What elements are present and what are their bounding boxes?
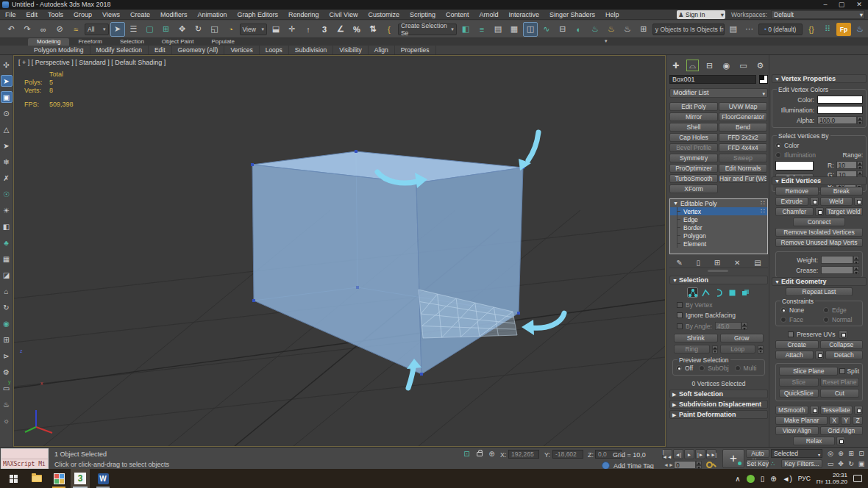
device-tray-icon[interactable]: ▯ [761, 475, 765, 483]
toggle-scene-explorer-icon[interactable]: ▤ [491, 22, 505, 37]
loop-spinner[interactable] [758, 345, 764, 354]
3ds-max-taskbar-icon[interactable]: 3 [71, 469, 90, 488]
rollout-vertex-properties[interactable]: ▼Vertex Properties [772, 74, 867, 83]
ribbon-panel-button[interactable]: Loops [260, 46, 289, 54]
lamp-icon[interactable]: ☼ [1, 415, 13, 426]
remove-button[interactable]: Remove [775, 187, 819, 195]
vertex-subobject-icon[interactable] [687, 287, 698, 298]
delete-icon[interactable]: ✗ [1, 172, 13, 184]
teapot-icon[interactable]: ♨ [1, 398, 13, 410]
ribbon-panel-button[interactable]: Vertices [224, 46, 259, 54]
menu-item[interactable]: Modifiers [155, 10, 193, 20]
edge-subobject-icon[interactable] [700, 287, 711, 298]
stack-subobject-row[interactable]: Polygon [670, 232, 767, 240]
stack-subobject-row[interactable]: Vertex ∷ [670, 207, 767, 215]
modifier-button[interactable]: Edit Poly [669, 102, 718, 111]
create-button[interactable]: Create [775, 340, 819, 349]
msmooth-settings-button[interactable] [810, 406, 819, 415]
select-and-link-icon[interactable]: ∞ [36, 22, 51, 37]
y-coordinate-field[interactable]: -18,602 [552, 450, 583, 459]
utilities-tab-icon[interactable]: ⚙ [754, 60, 766, 71]
crease-spinner[interactable] [821, 266, 859, 274]
selection-filter-dropdown[interactable]: All ▾ [85, 24, 109, 35]
menu-item[interactable]: Content [441, 10, 474, 20]
modifier-button[interactable]: XForm [669, 184, 718, 193]
object-color-swatch[interactable] [759, 75, 768, 84]
key-mode-icon[interactable] [706, 462, 713, 468]
select-and-rotate-icon[interactable]: ↻ [191, 22, 206, 37]
pan-icon[interactable]: ✥ [836, 459, 846, 469]
foliage-icon[interactable]: ♣ [1, 237, 13, 248]
redo-icon[interactable]: ↷ [20, 22, 35, 37]
percent-snap-toggle-icon[interactable]: % [349, 22, 364, 37]
repeat-last-button[interactable]: Repeat Last [786, 287, 853, 296]
select-and-place-icon[interactable]: ◔ [224, 22, 238, 37]
point-helper-icon[interactable]: ⊙ [1, 107, 13, 119]
figure-icon[interactable]: ✣ [1, 59, 13, 71]
remove-modifier-icon[interactable]: ✕ [734, 259, 740, 267]
snap-grid-icon[interactable]: ⠿ [820, 22, 835, 37]
preserve-uvs-settings-button[interactable] [839, 330, 847, 339]
zoom-region-icon[interactable]: ▭ [825, 459, 836, 469]
start-button[interactable] [4, 469, 22, 488]
select-color-swatch[interactable] [775, 161, 814, 171]
motion-tab-icon[interactable]: ◉ [720, 60, 733, 71]
modifier-button[interactable]: Symmetry [669, 154, 718, 162]
menu-item[interactable]: Edit [21, 10, 43, 20]
modifier-button[interactable]: Bevel Profile [669, 143, 718, 152]
x-coordinate-field[interactable]: 192,265 [508, 450, 539, 459]
sun-icon[interactable]: ☀ [1, 204, 13, 216]
undo-icon[interactable]: ↶ [4, 22, 18, 37]
planar-z-button[interactable]: Z [853, 416, 863, 425]
weight-spinner[interactable] [821, 256, 859, 264]
ribbon-tab[interactable]: Modeling [28, 38, 69, 46]
by-angle-spinner[interactable]: 45,0 [715, 322, 747, 330]
taskbar-clock[interactable]: 20:31 Пт 11.09.20 [817, 472, 847, 485]
preview-multi-radio[interactable] [735, 365, 741, 371]
ribbon-panel-button[interactable]: Geometry (All) [172, 46, 225, 54]
modifier-button[interactable]: FFD 2x2x2 [719, 133, 767, 142]
ribbon-panel-button[interactable]: Visibility [333, 46, 369, 54]
constraint-face-radio[interactable] [780, 317, 786, 323]
menu-item[interactable]: Scripting [405, 10, 441, 20]
alpha-spinner[interactable]: 100,0 [817, 116, 863, 124]
create-tab-icon[interactable]: ✚ [669, 60, 682, 71]
viewport-label[interactable]: [ + ] [ Perspective ] [ Standard ] [ Def… [18, 59, 166, 66]
rectangular-selection-region-icon[interactable]: ▢ [143, 22, 157, 37]
grow-button[interactable]: Grow [720, 334, 764, 342]
next-frame-button[interactable]: |► [695, 449, 705, 459]
schematic-view-icon[interactable]: ⊟ [555, 22, 570, 37]
modifier-button[interactable]: Cap Holes [669, 133, 718, 142]
by-angle-checkbox[interactable] [677, 323, 683, 329]
modifier-button[interactable]: Hair and Fur (WSM) [719, 174, 767, 183]
relax-settings-button[interactable] [836, 437, 845, 445]
constraint-edge-radio[interactable] [823, 307, 829, 313]
modifier-button[interactable]: Bend [719, 123, 767, 132]
bind-to-space-warp-icon[interactable]: ≈ [68, 22, 83, 37]
layer-list-icon[interactable]: ⋯ [742, 22, 757, 37]
menu-item[interactable]: Animation [192, 10, 232, 20]
select-and-move-icon[interactable]: ✥ [175, 22, 190, 37]
target-weld-button[interactable]: Target Weld [825, 207, 864, 216]
workspace-dropdown[interactable]: Default ▾ [771, 10, 865, 19]
chamfer-button[interactable]: Chamfer [775, 207, 814, 216]
ring-button[interactable]: Ring [674, 345, 710, 354]
ring-spinner[interactable] [712, 345, 718, 354]
modifier-list-dropdown[interactable]: Modifier List ▾ [669, 88, 768, 98]
frame-step-icons[interactable]: ◄► [664, 462, 674, 467]
attach-button[interactable]: Attach [775, 351, 814, 359]
scene-explorer-list-icon[interactable]: ▤ [726, 22, 741, 37]
antivirus-tray-icon[interactable] [747, 475, 755, 483]
keyboard-shortcut-override-icon[interactable]: ↑ [301, 22, 316, 37]
reset-plane-button[interactable]: Reset Plane [820, 378, 860, 387]
align-flyout-icon[interactable]: ≡ [474, 22, 489, 37]
ignore-backfacing-checkbox[interactable] [677, 312, 683, 318]
select-highlight-icon[interactable]: ➤ [1, 75, 13, 87]
menu-item[interactable]: Create [125, 10, 155, 20]
preserve-uvs-checkbox[interactable] [788, 331, 794, 337]
key-filters-button[interactable]: Key Filters... [781, 459, 822, 468]
select-by-name-icon[interactable]: ☰ [127, 22, 141, 37]
menu-item[interactable]: Singer Shaders [544, 10, 600, 20]
perspective-viewport[interactable]: [ + ] [ Perspective ] [ Standard ] [ Def… [13, 55, 666, 447]
arrow-icon[interactable]: ➤ [1, 140, 13, 151]
